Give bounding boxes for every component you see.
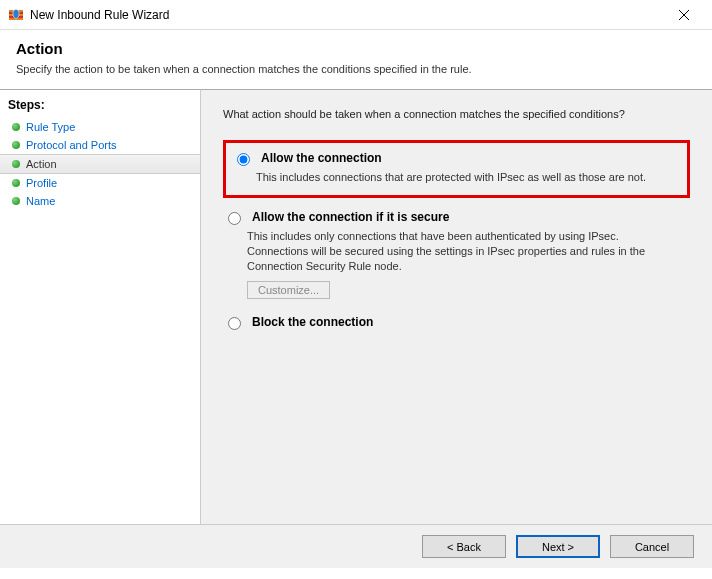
firewall-icon xyxy=(8,7,24,23)
bullet-icon xyxy=(12,160,20,168)
bullet-icon xyxy=(12,123,20,131)
bullet-icon xyxy=(12,141,20,149)
customize-button: Customize... xyxy=(247,281,330,299)
close-icon xyxy=(679,10,689,20)
cancel-button[interactable]: Cancel xyxy=(610,535,694,558)
option-block[interactable]: Block the connection xyxy=(223,315,690,330)
step-action[interactable]: Action xyxy=(0,154,200,174)
wizard-footer: < Back Next > Cancel xyxy=(0,524,712,568)
steps-heading: Steps: xyxy=(0,94,200,118)
close-button[interactable] xyxy=(664,1,704,29)
titlebar: New Inbound Rule Wizard xyxy=(0,0,712,30)
step-profile[interactable]: Profile xyxy=(0,174,200,192)
content-prompt: What action should be taken when a conne… xyxy=(223,108,690,120)
bullet-icon xyxy=(12,179,20,187)
option-allow-secure[interactable]: Allow the connection if it is secure xyxy=(223,210,690,225)
radio-allow[interactable] xyxy=(237,153,250,166)
radio-allow-secure-desc: This includes only connections that have… xyxy=(247,229,647,274)
step-label: Profile xyxy=(26,177,57,189)
step-label: Name xyxy=(26,195,55,207)
step-protocol-and-ports[interactable]: Protocol and Ports xyxy=(0,136,200,154)
back-button[interactable]: < Back xyxy=(422,535,506,558)
radio-block-label: Block the connection xyxy=(252,315,373,329)
next-button[interactable]: Next > xyxy=(516,535,600,558)
window-title: New Inbound Rule Wizard xyxy=(30,8,664,22)
steps-pane: Steps: Rule Type Protocol and Ports Acti… xyxy=(0,89,200,524)
radio-allow-desc: This includes connections that are prote… xyxy=(256,170,656,185)
radio-block[interactable] xyxy=(228,317,241,330)
step-label: Rule Type xyxy=(26,121,75,133)
step-name[interactable]: Name xyxy=(0,192,200,210)
option-allow[interactable]: Allow the connection xyxy=(232,151,677,166)
radio-allow-secure[interactable] xyxy=(228,212,241,225)
page-title: Action xyxy=(16,40,696,57)
radio-allow-label: Allow the connection xyxy=(261,151,382,165)
step-label: Action xyxy=(26,158,57,170)
step-rule-type[interactable]: Rule Type xyxy=(0,118,200,136)
content-pane: What action should be taken when a conne… xyxy=(200,89,712,524)
step-label: Protocol and Ports xyxy=(26,139,117,151)
highlight-allow: Allow the connection This includes conne… xyxy=(223,140,690,198)
wizard-header: Action Specify the action to be taken wh… xyxy=(0,30,712,89)
page-subtitle: Specify the action to be taken when a co… xyxy=(16,63,696,75)
bullet-icon xyxy=(12,197,20,205)
radio-allow-secure-label: Allow the connection if it is secure xyxy=(252,210,449,224)
